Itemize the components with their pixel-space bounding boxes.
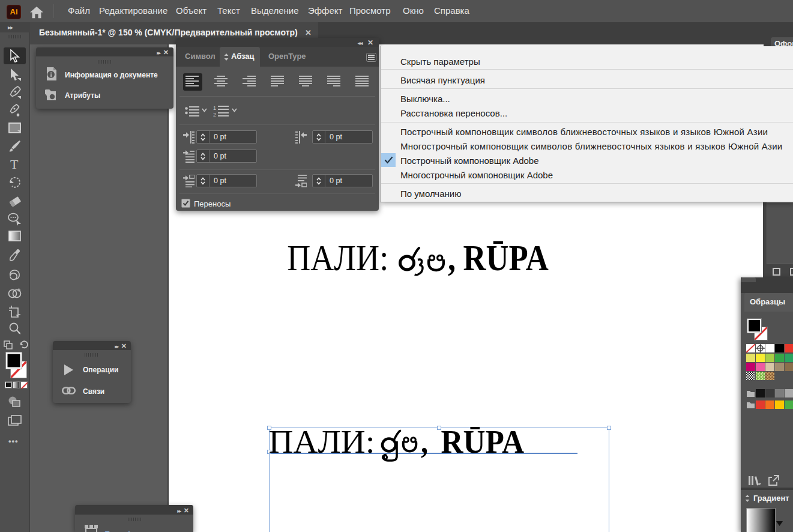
svg-text:RŪPA: RŪPA xyxy=(463,237,549,278)
svg-text:1: 1 xyxy=(213,105,216,111)
svg-text:,: , xyxy=(448,237,456,278)
svg-text:T: T xyxy=(10,158,19,171)
svg-text:RŪPA: RŪPA xyxy=(441,424,525,459)
svg-text:2: 2 xyxy=(213,112,216,118)
svg-text:ПАЛИ:: ПАЛИ: xyxy=(269,424,375,459)
svg-text:,: , xyxy=(421,424,428,460)
svg-text:ПАЛИ:: ПАЛИ: xyxy=(287,237,388,279)
